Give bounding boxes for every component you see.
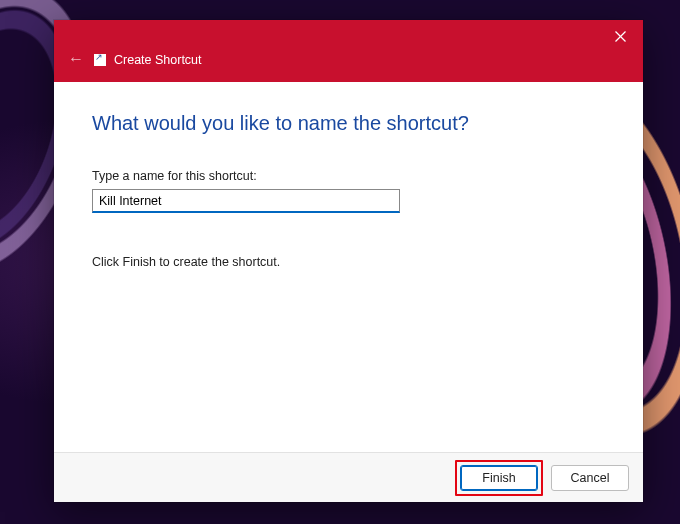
back-arrow-icon: ←: [68, 50, 84, 68]
page-heading: What would you like to name the shortcut…: [92, 112, 605, 135]
shortcut-name-label: Type a name for this shortcut:: [92, 169, 605, 183]
shortcut-icon: [94, 54, 106, 66]
titlebar-title: Create Shortcut: [114, 53, 202, 67]
dialog-content: What would you like to name the shortcut…: [54, 82, 643, 452]
titlebar: ← Create Shortcut: [54, 20, 643, 82]
instruction-text: Click Finish to create the shortcut.: [92, 255, 605, 269]
finish-highlight: Finish: [455, 460, 543, 496]
close-button[interactable]: [597, 20, 643, 52]
shortcut-name-input[interactable]: [92, 189, 400, 213]
cancel-button[interactable]: Cancel: [551, 465, 629, 491]
finish-button[interactable]: Finish: [460, 465, 538, 491]
dialog-footer: Finish Cancel: [54, 452, 643, 502]
close-icon: [615, 31, 626, 42]
create-shortcut-dialog: ← Create Shortcut What would you like to…: [54, 20, 643, 502]
